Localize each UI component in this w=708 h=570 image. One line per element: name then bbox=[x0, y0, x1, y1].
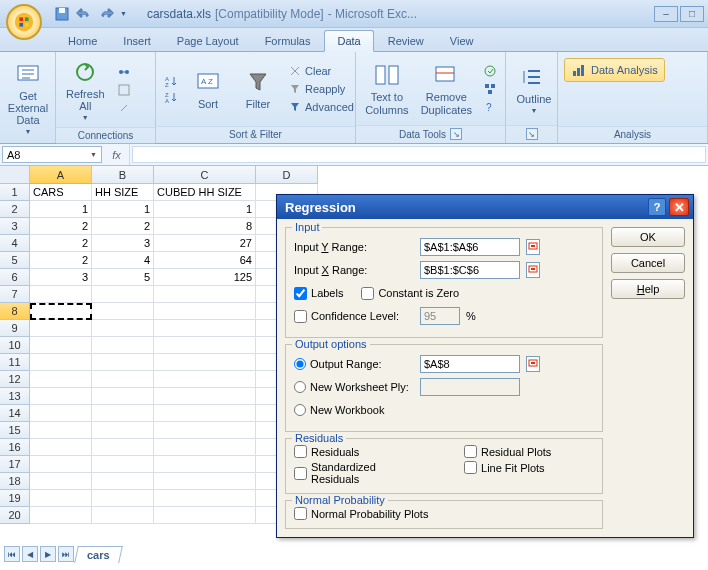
cell[interactable]: 1 bbox=[30, 201, 92, 218]
refedit-icon[interactable] bbox=[526, 262, 540, 278]
y-range-input[interactable]: $A$1:$A$6 bbox=[420, 238, 520, 256]
cell[interactable] bbox=[30, 371, 92, 388]
row-header[interactable]: 7 bbox=[0, 286, 30, 303]
first-sheet-button[interactable]: ⏮ bbox=[4, 546, 20, 562]
row-header[interactable]: 1 bbox=[0, 184, 30, 201]
row-header[interactable]: 19 bbox=[0, 490, 30, 507]
text-to-columns-button[interactable]: Text to Columns bbox=[362, 59, 412, 117]
row-header[interactable]: 8 bbox=[0, 303, 30, 320]
cell[interactable]: 4 bbox=[92, 252, 154, 269]
dialog-launcher-icon[interactable]: ↘ bbox=[526, 128, 538, 140]
row-header[interactable]: 18 bbox=[0, 473, 30, 490]
residuals-checkbox[interactable]: Residuals bbox=[294, 445, 424, 458]
tab-page-layout[interactable]: Page Layout bbox=[165, 31, 251, 51]
col-header-b[interactable]: B bbox=[92, 166, 154, 184]
office-button[interactable] bbox=[6, 4, 42, 40]
row-header[interactable]: 9 bbox=[0, 320, 30, 337]
clear-button[interactable]: Clear bbox=[286, 63, 356, 79]
cell[interactable] bbox=[154, 405, 256, 422]
sort-za-button[interactable]: ZA bbox=[162, 89, 180, 105]
tab-review[interactable]: Review bbox=[376, 31, 436, 51]
tab-formulas[interactable]: Formulas bbox=[253, 31, 323, 51]
cell[interactable] bbox=[30, 388, 92, 405]
cell[interactable] bbox=[92, 303, 154, 320]
tab-insert[interactable]: Insert bbox=[111, 31, 163, 51]
remove-duplicates-button[interactable]: Remove Duplicates bbox=[418, 59, 475, 117]
cell[interactable]: 2 bbox=[30, 235, 92, 252]
labels-checkbox[interactable]: Labels bbox=[294, 287, 343, 300]
cell[interactable] bbox=[154, 456, 256, 473]
row-header[interactable]: 14 bbox=[0, 405, 30, 422]
cell[interactable] bbox=[92, 286, 154, 303]
new-worksheet-radio[interactable]: New Worksheet Ply: bbox=[294, 381, 414, 393]
cell[interactable]: 3 bbox=[92, 235, 154, 252]
cell[interactable] bbox=[30, 303, 92, 320]
cell[interactable]: 64 bbox=[154, 252, 256, 269]
restore-button[interactable]: □ bbox=[680, 6, 704, 22]
row-header[interactable]: 10 bbox=[0, 337, 30, 354]
x-range-input[interactable]: $B$1:$C$6 bbox=[420, 261, 520, 279]
cell[interactable] bbox=[92, 354, 154, 371]
cell[interactable] bbox=[92, 456, 154, 473]
next-sheet-button[interactable]: ▶ bbox=[40, 546, 56, 562]
reapply-button[interactable]: Reapply bbox=[286, 81, 356, 97]
row-header[interactable]: 5 bbox=[0, 252, 30, 269]
col-header-a[interactable]: A bbox=[30, 166, 92, 184]
data-analysis-button[interactable]: Data Analysis bbox=[564, 58, 665, 82]
cell[interactable] bbox=[154, 320, 256, 337]
advanced-button[interactable]: Advanced bbox=[286, 99, 356, 115]
outline-button[interactable]: Outline▼ bbox=[512, 61, 556, 116]
cell[interactable] bbox=[30, 439, 92, 456]
cell[interactable]: 2 bbox=[30, 218, 92, 235]
cell[interactable] bbox=[154, 286, 256, 303]
cell[interactable] bbox=[154, 354, 256, 371]
close-icon[interactable]: ✕ bbox=[669, 198, 689, 216]
help-button[interactable]: Help bbox=[611, 279, 685, 299]
dialog-titlebar[interactable]: Regression ? ✕ bbox=[277, 195, 693, 219]
cell[interactable] bbox=[92, 388, 154, 405]
what-if-button[interactable]: ? bbox=[481, 99, 499, 115]
cell[interactable]: 2 bbox=[30, 252, 92, 269]
cell[interactable] bbox=[92, 473, 154, 490]
redo-icon[interactable] bbox=[98, 6, 114, 22]
tab-view[interactable]: View bbox=[438, 31, 486, 51]
cell[interactable] bbox=[92, 337, 154, 354]
new-worksheet-input[interactable] bbox=[420, 378, 520, 396]
normal-probability-plots-checkbox[interactable]: Normal Probability Plots bbox=[294, 507, 594, 520]
refedit-icon[interactable] bbox=[526, 239, 540, 255]
cell[interactable] bbox=[30, 337, 92, 354]
cell[interactable]: 5 bbox=[92, 269, 154, 286]
cell[interactable]: 1 bbox=[154, 201, 256, 218]
save-icon[interactable] bbox=[54, 6, 70, 22]
tab-data[interactable]: Data bbox=[324, 30, 373, 52]
cell[interactable] bbox=[30, 507, 92, 524]
consolidate-button[interactable] bbox=[481, 81, 499, 97]
cell[interactable] bbox=[92, 320, 154, 337]
dialog-launcher-icon[interactable]: ↘ bbox=[450, 128, 462, 140]
row-header[interactable]: 17 bbox=[0, 456, 30, 473]
formula-input[interactable] bbox=[132, 146, 706, 163]
cell[interactable]: CUBED HH SIZE bbox=[154, 184, 256, 201]
connections-button[interactable] bbox=[115, 64, 133, 80]
cell[interactable] bbox=[30, 320, 92, 337]
row-header[interactable]: 4 bbox=[0, 235, 30, 252]
cell[interactable] bbox=[30, 456, 92, 473]
row-header[interactable]: 13 bbox=[0, 388, 30, 405]
cell[interactable] bbox=[92, 422, 154, 439]
last-sheet-button[interactable]: ⏭ bbox=[58, 546, 74, 562]
cell[interactable]: 8 bbox=[154, 218, 256, 235]
confidence-level-input[interactable]: 95 bbox=[420, 307, 460, 325]
sheet-tab-cars[interactable]: cars bbox=[74, 546, 122, 563]
cell[interactable] bbox=[154, 371, 256, 388]
line-fit-plots-checkbox[interactable]: Line Fit Plots bbox=[464, 461, 594, 474]
sort-az-button[interactable]: AZ bbox=[162, 73, 180, 89]
row-header[interactable]: 11 bbox=[0, 354, 30, 371]
row-header[interactable]: 6 bbox=[0, 269, 30, 286]
cell[interactable]: 125 bbox=[154, 269, 256, 286]
cell[interactable] bbox=[92, 371, 154, 388]
cell[interactable]: 1 bbox=[92, 201, 154, 218]
output-range-radio[interactable]: Output Range: bbox=[294, 358, 414, 370]
refresh-all-button[interactable]: Refresh All▼ bbox=[62, 56, 109, 123]
cell[interactable] bbox=[30, 354, 92, 371]
col-header-c[interactable]: C bbox=[154, 166, 256, 184]
